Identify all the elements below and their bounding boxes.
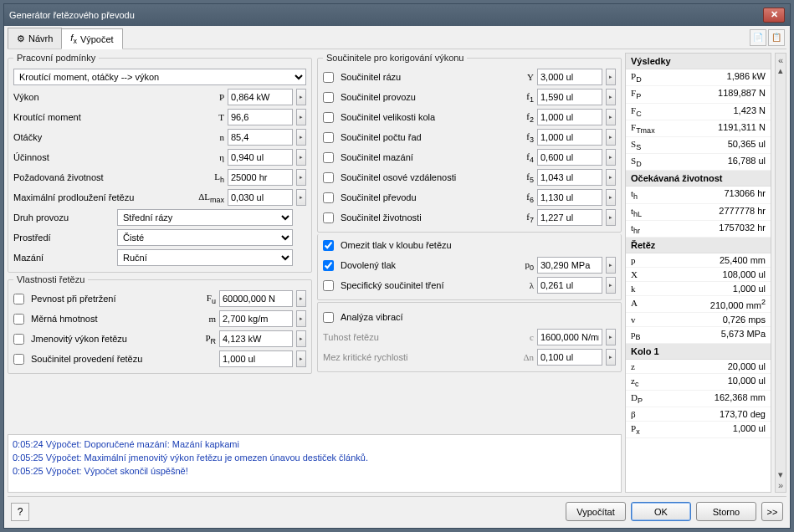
help-button[interactable]: ? xyxy=(11,503,29,521)
life-input[interactable] xyxy=(228,169,293,186)
more-button[interactable]: >> xyxy=(761,502,783,521)
pros-select[interactable]: Čisté xyxy=(117,229,293,246)
speed-input[interactable] xyxy=(228,129,293,146)
eff-input[interactable] xyxy=(228,149,293,166)
log-line: 0:05:25 Výpočet: Maximální jmenovitý výk… xyxy=(13,451,617,464)
cf-input[interactable] xyxy=(219,350,293,367)
f3-input[interactable] xyxy=(537,129,602,146)
result-row: X108,000 ul xyxy=(626,268,771,282)
f7-spin[interactable]: ▸ xyxy=(606,209,616,226)
cf-spin[interactable]: ▸ xyxy=(296,350,306,367)
y-label: Součinitel rázu xyxy=(341,72,502,82)
toolbar-area: ⚙Návrh fxVýpočet 📄 📋 xyxy=(8,28,786,49)
f6-input[interactable] xyxy=(537,189,602,206)
tab-navrh[interactable]: ⚙Návrh xyxy=(8,28,62,49)
m-check[interactable] xyxy=(13,314,24,325)
scroll-expand-icon[interactable]: » xyxy=(778,480,783,490)
f5-spin[interactable]: ▸ xyxy=(606,169,616,186)
column-right: Součinitele pro korigování výkonu Součin… xyxy=(317,53,622,432)
fu-input[interactable] xyxy=(219,290,293,307)
toolbar-buttons: 📄 📋 xyxy=(748,28,786,48)
f7-input[interactable] xyxy=(537,209,602,226)
pr-input[interactable] xyxy=(219,330,293,347)
f3-spin[interactable]: ▸ xyxy=(606,129,616,146)
f1-input[interactable] xyxy=(537,89,602,105)
group-work-conditions: Pracovní podmínky Kroutící moment, otáčk… xyxy=(8,53,312,273)
result-value: 1,000 ul xyxy=(733,284,766,294)
mode-select[interactable]: Kroutící moment, otáčky --> výkon xyxy=(13,69,306,85)
group-chain-props: Vlastnosti řetězu Pevnost při přetrženíF… xyxy=(8,274,312,374)
p0-input[interactable] xyxy=(537,257,602,274)
results-header: Výsledky xyxy=(626,54,771,69)
limit-check[interactable] xyxy=(323,240,334,251)
fu-spin[interactable]: ▸ xyxy=(296,290,306,307)
f2-check[interactable] xyxy=(323,112,334,123)
cf-check[interactable] xyxy=(13,354,24,365)
lam-input[interactable] xyxy=(537,277,602,294)
scroll-down-icon[interactable]: ▾ xyxy=(778,469,783,480)
speed-spin[interactable]: ▸ xyxy=(296,129,306,146)
torque-input[interactable] xyxy=(228,109,293,125)
f1-check[interactable] xyxy=(323,92,334,103)
fu-check[interactable] xyxy=(13,294,24,304)
close-button[interactable]: ✕ xyxy=(763,8,785,23)
f6-check[interactable] xyxy=(323,192,334,203)
f2-spin[interactable]: ▸ xyxy=(606,109,616,125)
group-pressure: Omezit tlak v kloubu řetězu Dovolený tla… xyxy=(317,234,622,300)
f3-check[interactable] xyxy=(323,132,334,143)
limit-label: Omezit tlak v kloubu řetězu xyxy=(341,240,616,250)
scroll-up-icon[interactable]: ▴ xyxy=(778,65,783,76)
y-check[interactable] xyxy=(323,72,334,83)
power-input[interactable] xyxy=(228,89,293,105)
m-spin[interactable]: ▸ xyxy=(296,310,306,327)
torque-spin[interactable]: ▸ xyxy=(296,109,306,125)
f1-spin[interactable]: ▸ xyxy=(606,89,616,105)
result-key: PD xyxy=(631,71,642,84)
results-scrollbar[interactable]: « ▴ ▾ » xyxy=(775,53,786,493)
result-value: 5,673 MPa xyxy=(721,329,766,341)
power-spin[interactable]: ▸ xyxy=(296,89,306,105)
f4-input[interactable] xyxy=(537,149,602,166)
f5-check[interactable] xyxy=(323,172,334,183)
ok-button[interactable]: OK xyxy=(631,502,691,521)
f3-symbol: f3 xyxy=(505,131,534,144)
p0-spin[interactable]: ▸ xyxy=(606,257,616,274)
pr-spin[interactable]: ▸ xyxy=(296,330,306,347)
life-spin[interactable]: ▸ xyxy=(296,169,306,186)
cancel-button[interactable]: Storno xyxy=(696,502,756,521)
f2-input[interactable] xyxy=(537,109,602,125)
scroll-collapse-icon[interactable]: « xyxy=(778,55,783,65)
window-title: Generátor řetězového převodu xyxy=(9,10,135,20)
f6-spin[interactable]: ▸ xyxy=(606,189,616,206)
lam-symbol: λ xyxy=(505,280,534,290)
drprov-select[interactable]: Střední rázy xyxy=(117,209,293,226)
tab-vypocet[interactable]: fxVýpočet xyxy=(61,28,122,49)
gear-icon: ⚙ xyxy=(17,33,25,44)
result-row: DP162,368 mm xyxy=(626,391,771,407)
f4-spin[interactable]: ▸ xyxy=(606,149,616,166)
notes-button[interactable]: 📋 xyxy=(768,29,785,46)
elong-spin[interactable]: ▸ xyxy=(296,189,306,206)
lam-check[interactable] xyxy=(323,280,334,291)
f6-label: Součinitel převodu xyxy=(341,192,502,202)
lam-spin[interactable]: ▸ xyxy=(606,277,616,294)
m-input[interactable] xyxy=(219,310,293,327)
result-row: SS50,365 ul xyxy=(626,137,771,154)
vib-check[interactable] xyxy=(323,312,334,323)
result-value: 1189,887 N xyxy=(718,88,766,100)
maz-select[interactable]: Ruční xyxy=(117,249,293,266)
p0-check[interactable] xyxy=(323,260,334,271)
result-key: Px xyxy=(631,423,640,436)
result-value: 2777778 hr xyxy=(719,206,766,218)
pr-label: Jmenovitý výkon řetězu xyxy=(31,334,184,344)
y-spin[interactable]: ▸ xyxy=(606,69,616,85)
pr-check[interactable] xyxy=(13,334,24,345)
eff-spin[interactable]: ▸ xyxy=(296,149,306,166)
file-button[interactable]: 📄 xyxy=(750,29,766,46)
f5-input[interactable] xyxy=(537,169,602,186)
f4-check[interactable] xyxy=(323,152,334,163)
calculate-button[interactable]: Vypočítat xyxy=(566,502,626,521)
elong-input[interactable] xyxy=(228,189,293,206)
f7-check[interactable] xyxy=(323,212,334,223)
y-input[interactable] xyxy=(537,69,602,85)
